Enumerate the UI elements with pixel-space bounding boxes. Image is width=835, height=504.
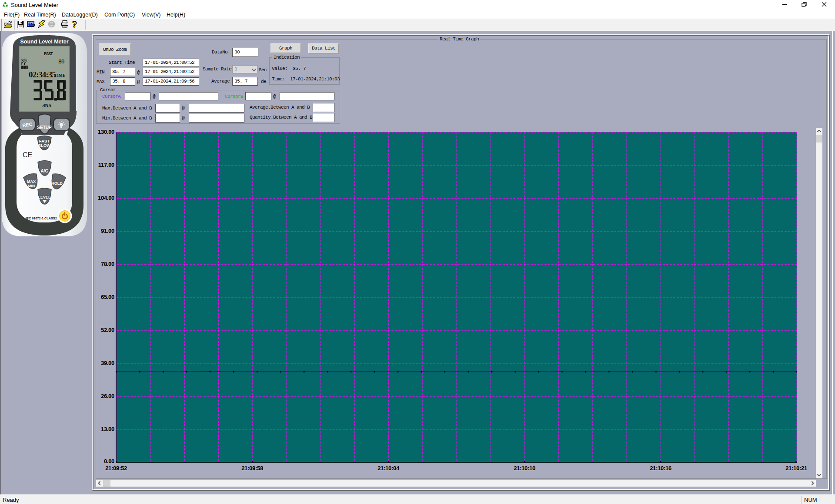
svg-text:MAX: MAX <box>27 179 36 184</box>
svg-text:Sound Level Meter: Sound Level Meter <box>20 39 68 45</box>
svg-text:02:34:35: 02:34:35 <box>29 70 56 79</box>
svg-text:SETUP: SETUP <box>37 125 52 130</box>
svg-text:SLOW: SLOW <box>38 143 51 148</box>
svg-text:MIN: MIN <box>28 184 35 188</box>
svg-text:30: 30 <box>20 58 27 64</box>
svg-text:A/C: A/C <box>40 169 48 173</box>
svg-text:HOLD: HOLD <box>51 181 63 186</box>
svg-text:FAST: FAST <box>44 52 53 56</box>
svg-text:CE: CE <box>23 151 32 159</box>
svg-text:LEVEL: LEVEL <box>38 195 51 199</box>
svg-text:?: ? <box>72 19 77 30</box>
svg-text:dBA: dBA <box>42 103 51 108</box>
svg-text:TIME: TIME <box>54 73 65 78</box>
svg-text:IEC 61672-1 CLASS2: IEC 61672-1 CLASS2 <box>26 216 57 220</box>
svg-text:80: 80 <box>58 59 64 65</box>
